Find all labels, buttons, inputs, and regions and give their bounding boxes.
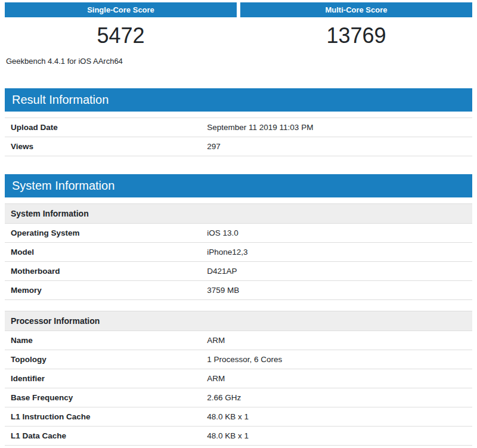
row-label: Views	[5, 137, 201, 156]
table-row: Views 297	[5, 137, 472, 156]
row-value: iOS 13.0	[201, 224, 472, 242]
row-value: 48.0 KB x 1	[201, 427, 472, 445]
single-core-score-header: Single-Core Score	[5, 2, 237, 17]
row-label: L1 Data Cache	[5, 427, 201, 445]
table-row: L2 Cache 4.00 MB x 1	[5, 446, 472, 448]
row-label: Motherboard	[5, 262, 201, 280]
table-row: Base Frequency 2.66 GHz	[5, 388, 472, 407]
section-header-system-information: System Information	[5, 174, 472, 197]
section-header-result-information: Result Information	[5, 88, 472, 112]
subsection-header-system-information: System Information	[5, 204, 472, 224]
row-value: ARM	[201, 331, 472, 350]
table-row: L1 Instruction Cache 48.0 KB x 1	[5, 407, 472, 427]
row-value: 297	[201, 137, 472, 156]
row-label: L1 Instruction Cache	[5, 407, 201, 426]
row-value: iPhone12,3	[201, 243, 472, 261]
table-row: Upload Date September 11 2019 11:03 PM	[5, 118, 472, 137]
multi-core-score-value: 13769	[240, 17, 472, 55]
geekbench-version-subtitle: Geekbench 4.4.1 for iOS AArch64	[5, 55, 472, 66]
result-information-table: Upload Date September 11 2019 11:03 PM V…	[5, 118, 472, 156]
multi-core-score-header: Multi-Core Score	[240, 2, 472, 17]
row-label: Upload Date	[5, 118, 201, 137]
row-value: D421AP	[201, 262, 472, 280]
table-row: Identifier ARM	[5, 369, 472, 388]
table-row: Name ARM	[5, 331, 472, 350]
table-row: Memory 3759 MB	[5, 281, 472, 300]
row-label: Operating System	[5, 224, 201, 242]
row-label: Name	[5, 331, 201, 350]
table-row: L1 Data Cache 48.0 KB x 1	[5, 427, 472, 446]
row-value: September 11 2019 11:03 PM	[201, 118, 472, 137]
table-row: Topology 1 Processor, 6 Cores	[5, 350, 472, 369]
subsection-header-processor-information: Processor Information	[5, 311, 472, 331]
row-label: Topology	[5, 350, 201, 369]
system-information-table: System Information Operating System iOS …	[5, 203, 472, 300]
table-row: Operating System iOS 13.0	[5, 224, 472, 243]
geekbench-result-page: Single-Core Score Multi-Core Score 5472 …	[0, 0, 477, 448]
row-value: 1 Processor, 6 Cores	[201, 350, 472, 369]
row-label: Identifier	[5, 369, 201, 388]
row-label: L2 Cache	[5, 446, 201, 448]
score-header-row: Single-Core Score Multi-Core Score	[5, 2, 472, 17]
row-label: Model	[5, 243, 201, 261]
row-label: Base Frequency	[5, 388, 201, 407]
score-value-row: 5472 13769	[5, 17, 472, 55]
processor-information-table: Processor Information Name ARM Topology …	[5, 311, 472, 448]
table-row: Model iPhone12,3	[5, 243, 472, 262]
row-label: Memory	[5, 281, 201, 299]
row-value: ARM	[201, 369, 472, 388]
row-value: 48.0 KB x 1	[201, 407, 472, 426]
row-value: 2.66 GHz	[201, 388, 472, 407]
subsection-system-information: System Information Operating System iOS …	[5, 203, 472, 300]
row-value: 4.00 MB x 1	[201, 446, 472, 448]
single-core-score-value: 5472	[5, 17, 237, 55]
subsection-processor-information: Processor Information Name ARM Topology …	[5, 311, 472, 448]
row-value: 3759 MB	[201, 281, 472, 299]
table-row: Motherboard D421AP	[5, 262, 472, 281]
